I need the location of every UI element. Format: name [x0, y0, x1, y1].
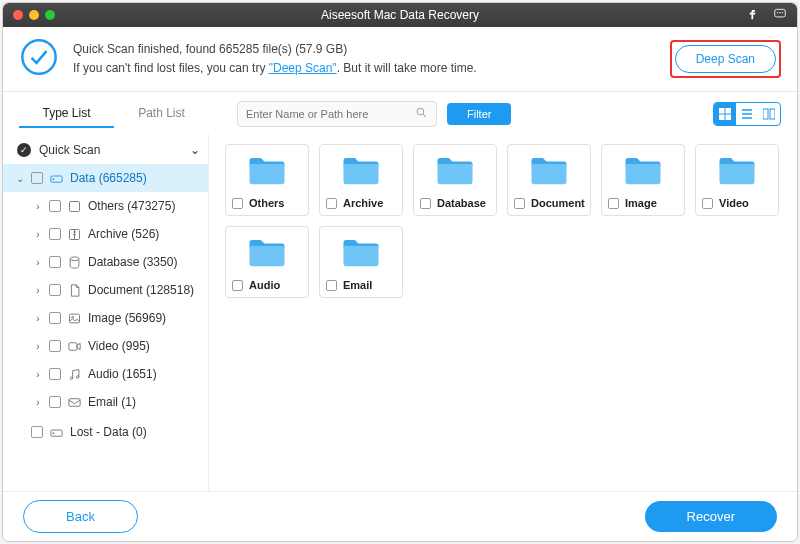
deep-scan-link[interactable]: "Deep Scan" [269, 61, 337, 75]
checkbox[interactable] [49, 368, 61, 380]
folder-label: Database [437, 197, 486, 209]
folder-icon [340, 235, 382, 273]
sidebar-item-data[interactable]: ⌄ Data (665285) [3, 164, 208, 192]
audio-icon [67, 366, 82, 381]
drive-icon [49, 424, 64, 439]
sidebar-item-video[interactable]: ›Video (995) [3, 332, 208, 360]
svg-rect-8 [719, 115, 724, 120]
folder-label: Audio [249, 279, 280, 291]
sidebar-item-audio[interactable]: ›Audio (1651) [3, 360, 208, 388]
svg-rect-6 [719, 108, 724, 113]
folder-card-video[interactable]: Video [695, 144, 779, 216]
folder-icon [528, 153, 570, 191]
checkbox[interactable] [702, 198, 713, 209]
filter-button[interactable]: Filter [447, 103, 511, 125]
checkbox[interactable] [420, 198, 431, 209]
checkbox[interactable] [326, 198, 337, 209]
folder-card-database[interactable]: Database [413, 144, 497, 216]
email-icon [67, 394, 82, 409]
svg-rect-10 [763, 109, 768, 119]
facebook-icon[interactable] [745, 7, 759, 24]
folder-label: Archive [343, 197, 383, 209]
folder-card-archive[interactable]: Archive [319, 144, 403, 216]
folder-card-email[interactable]: Email [319, 226, 403, 298]
folder-label: Others [249, 197, 284, 209]
sidebar-item-image[interactable]: ›Image (56969) [3, 304, 208, 332]
svg-rect-22 [69, 398, 80, 406]
sidebar-item-email[interactable]: ›Email (1) [3, 388, 208, 416]
video-icon [67, 338, 82, 353]
checkbox[interactable] [514, 198, 525, 209]
checkbox[interactable] [49, 340, 61, 352]
sidebar-item-label: Email (1) [88, 395, 136, 409]
checkbox[interactable] [49, 396, 61, 408]
checkbox[interactable] [232, 280, 243, 291]
chevron-right-icon: › [33, 229, 43, 240]
svg-point-3 [782, 12, 783, 13]
window-minimize-button[interactable] [29, 10, 39, 20]
chevron-down-icon[interactable]: ⌄ [190, 143, 200, 157]
checkbox[interactable] [31, 426, 43, 438]
folder-label: Document [531, 197, 585, 209]
tab-path-list[interactable]: Path List [114, 100, 209, 128]
sidebar-item-label: Video (995) [88, 339, 150, 353]
folder-icon [434, 153, 476, 191]
search-icon [415, 105, 428, 123]
svg-point-20 [70, 377, 73, 380]
sidebar-item-label: Audio (1651) [88, 367, 157, 381]
deep-scan-button[interactable]: Deep Scan [675, 45, 776, 73]
checkbox[interactable] [31, 172, 43, 184]
sidebar-item-document[interactable]: ›Document (128518) [3, 276, 208, 304]
sidebar-item-label: Database (3350) [88, 255, 177, 269]
tab-type-list[interactable]: Type List [19, 100, 114, 128]
scan-hint-line: If you can't find lost files, you can tr… [73, 59, 477, 78]
svg-point-2 [780, 12, 781, 13]
database-icon [67, 254, 82, 269]
sidebar-item-label: Image (56969) [88, 311, 166, 325]
sidebar-item-lost[interactable]: Lost - Data (0) [3, 418, 208, 446]
sidebar-item-others[interactable]: ›Others (473275) [3, 192, 208, 220]
folder-icon [340, 153, 382, 191]
window-zoom-button[interactable] [45, 10, 55, 20]
chevron-right-icon: › [33, 341, 43, 352]
folder-card-others[interactable]: Others [225, 144, 309, 216]
back-button[interactable]: Back [23, 500, 138, 533]
chevron-right-icon: › [33, 369, 43, 380]
archive-icon [67, 226, 82, 241]
checkbox[interactable] [49, 256, 61, 268]
folder-card-audio[interactable]: Audio [225, 226, 309, 298]
sidebar-quick-scan[interactable]: Quick Scan ⌄ [3, 136, 208, 164]
view-list-button[interactable] [736, 103, 758, 125]
checkbox[interactable] [49, 200, 61, 212]
sidebar-item-label: Others (473275) [88, 199, 175, 213]
image-icon [67, 310, 82, 325]
folder-card-document[interactable]: Document [507, 144, 591, 216]
folder-label: Video [719, 197, 749, 209]
recover-button[interactable]: Recover [645, 501, 777, 532]
sidebar-item-archive[interactable]: ›Archive (526) [3, 220, 208, 248]
svg-rect-7 [726, 108, 731, 113]
checkbox[interactable] [49, 228, 61, 240]
checkbox[interactable] [608, 198, 619, 209]
feedback-icon[interactable] [773, 7, 787, 24]
svg-point-13 [53, 178, 54, 179]
window-title: Aiseesoft Mac Data Recovery [3, 8, 797, 22]
checkbox[interactable] [326, 280, 337, 291]
view-grid-button[interactable] [714, 103, 736, 125]
folder-label: Image [625, 197, 657, 209]
checkbox[interactable] [49, 312, 61, 324]
search-box[interactable] [237, 101, 437, 127]
search-input[interactable] [246, 108, 415, 120]
folder-card-image[interactable]: Image [601, 144, 685, 216]
checkbox[interactable] [232, 198, 243, 209]
svg-point-21 [76, 375, 79, 378]
svg-point-5 [417, 108, 424, 115]
view-column-button[interactable] [758, 103, 780, 125]
window-close-button[interactable] [13, 10, 23, 20]
drive-icon [49, 170, 64, 185]
sidebar-item-database[interactable]: ›Database (3350) [3, 248, 208, 276]
svg-point-4 [22, 40, 55, 73]
checkbox[interactable] [49, 284, 61, 296]
svg-point-16 [70, 257, 79, 261]
chevron-right-icon: › [33, 397, 43, 408]
